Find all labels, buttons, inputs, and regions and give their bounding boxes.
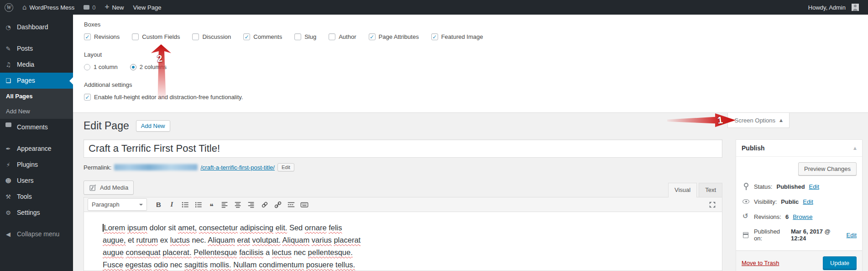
blockquote-button[interactable]: ❝: [205, 199, 218, 210]
align-right-button[interactable]: [245, 199, 257, 210]
sidebar-item-collapse-menu[interactable]: ◀ Collapse menu: [0, 226, 73, 242]
sidebar-item-pages[interactable]: ❏ Pages: [0, 73, 73, 89]
wp-logo-menu[interactable]: W: [0, 0, 18, 15]
checkbox-custom-fields[interactable]: Custom Fields: [132, 33, 180, 40]
sidebar-separator: [0, 221, 73, 226]
sidebar-item-tools[interactable]: ⚒ Tools: [0, 189, 73, 205]
wordpress-admin-screen: W ⌂ WordPress Mess 0 + New View Page How…: [0, 0, 868, 271]
format-dropdown[interactable]: Paragraph: [88, 198, 147, 211]
sidebar-item-appearance[interactable]: ✒ Appearance: [0, 141, 73, 157]
row-label: Status:: [754, 183, 772, 190]
site-name: WordPress Mess: [30, 4, 75, 11]
tab-text[interactable]: Text: [699, 183, 722, 197]
sidebar-item-posts[interactable]: ✎ Posts: [0, 41, 73, 57]
checkbox-comments[interactable]: Comments: [243, 33, 282, 40]
site-name-menu[interactable]: ⌂ WordPress Mess: [18, 0, 79, 15]
text-caret: [103, 224, 104, 232]
sidebar-item-label: Dashboard: [17, 23, 48, 32]
permalink-obscured-base-url[interactable]: [114, 164, 198, 170]
new-content-menu[interactable]: + New: [100, 0, 129, 15]
bulleted-list-icon: [181, 201, 189, 209]
add-media-label: Add Media: [100, 184, 128, 191]
view-page-menu[interactable]: View Page: [128, 0, 166, 15]
align-left-icon: [221, 201, 229, 209]
sidebar-item-plugins[interactable]: ⚡ Plugins: [0, 157, 73, 173]
align-center-button[interactable]: [232, 199, 244, 210]
sidebar-item-comments[interactable]: Comments: [0, 119, 73, 135]
remove-link-button[interactable]: [272, 199, 284, 210]
checkbox-label: Comments: [253, 33, 282, 40]
admin-bar-right: Howdy, Admin: [804, 0, 863, 15]
post-title-input[interactable]: [84, 139, 722, 158]
checkbox-enable-full-height-editor[interactable]: Enable full-height editor and distractio…: [84, 94, 243, 101]
media-row: Add Media Visual Text: [84, 178, 722, 197]
screen-options-panel: Boxes Revisions Custom Fields Discussion: [73, 15, 868, 113]
bold-icon: B: [156, 201, 161, 208]
row-value: Public: [781, 198, 799, 205]
editor-line: Fusce egestas odio nec sagittis mollis. …: [103, 259, 722, 271]
insert-link-button[interactable]: [258, 199, 271, 210]
checkbox-revisions[interactable]: Revisions: [84, 33, 120, 40]
sidebar-item-settings[interactable]: ⚙ Settings: [0, 205, 73, 221]
permalink-edit-button[interactable]: Edit: [277, 163, 294, 171]
checkbox-label: Slug: [304, 33, 316, 40]
permalink-slug-link[interactable]: /craft-a-terrific-first-post-title/: [200, 164, 275, 171]
tab-visual[interactable]: Visual: [668, 183, 697, 197]
distraction-free-button[interactable]: [706, 199, 718, 210]
radio-1-column[interactable]: 1 column: [84, 64, 118, 70]
add-media-button[interactable]: Add Media: [84, 181, 134, 195]
sidebar-item-label: Settings: [17, 208, 40, 217]
numbered-list-icon: [194, 201, 203, 209]
sidebar-subitem-all-pages[interactable]: All Pages: [0, 89, 73, 104]
boxes-options: Revisions Custom Fields Discussion Comme…: [84, 33, 868, 40]
checkbox-label: Page Attributes: [379, 33, 419, 40]
revisions-clock-icon: [743, 213, 750, 220]
numbered-list-button[interactable]: [192, 199, 204, 210]
checkbox-featured-image[interactable]: Featured Image: [431, 33, 483, 40]
add-new-button[interactable]: Add New: [136, 120, 170, 132]
visibility-edit-link[interactable]: Edit: [803, 198, 813, 205]
screen-options-collapse-icon: ▲: [779, 118, 783, 122]
row-label: Published on:: [754, 228, 787, 242]
comments-menu[interactable]: 0: [79, 0, 100, 15]
keyboard-icon: [300, 201, 309, 209]
sidebar-subitem-add-new[interactable]: Add New: [0, 104, 73, 119]
radio-label: 1 column: [94, 64, 118, 70]
checkbox-slug[interactable]: Slug: [294, 33, 316, 40]
editor-content[interactable]: Lorem ipsum dolor sit amet, consectetur …: [84, 212, 722, 271]
sidebar-item-label: Add New: [6, 107, 30, 116]
row-value: Mar 6, 2017 @ 12:24: [791, 228, 842, 242]
checkbox-page-attributes[interactable]: Page Attributes: [369, 33, 419, 40]
sidebar-item-users[interactable]: ☻ Users: [0, 173, 73, 189]
sidebar-item-label: Media: [17, 60, 34, 69]
sidebar-item-label: Plugins: [17, 160, 38, 169]
screen-options-tab-label: Screen Options: [734, 117, 775, 124]
radio-2-columns[interactable]: 2 columns: [130, 64, 167, 70]
publish-panel-header[interactable]: Publish ▲: [736, 140, 862, 157]
checkbox-author[interactable]: Author: [329, 33, 356, 40]
sidebar-separator: [0, 35, 73, 41]
insert-read-more-button[interactable]: [285, 199, 297, 210]
published-on-edit-link[interactable]: Edit: [847, 232, 857, 239]
chevron-down-icon: [139, 204, 143, 207]
preview-changes-button[interactable]: Preview Changes: [798, 162, 857, 175]
sidebar-item-dashboard[interactable]: ◔ Dashboard: [0, 19, 73, 35]
toolbar-toggle-button[interactable]: [298, 199, 310, 210]
checkbox: [329, 33, 335, 40]
align-left-button[interactable]: [219, 199, 231, 210]
add-media-icon: [89, 184, 97, 191]
sidebar-item-media[interactable]: ♫ Media: [0, 57, 73, 73]
screen-options-tab[interactable]: Screen Options ▲: [727, 113, 790, 128]
checkbox-discussion[interactable]: Discussion: [192, 33, 231, 40]
italic-button[interactable]: I: [166, 199, 178, 210]
move-to-trash-link[interactable]: Move to Trash: [742, 260, 779, 266]
sidebar-item-label: Appearance: [17, 144, 52, 153]
bulleted-list-button[interactable]: [179, 199, 191, 210]
row-label: Revisions:: [754, 213, 781, 220]
update-button[interactable]: Update: [823, 256, 857, 270]
bold-button[interactable]: B: [152, 199, 165, 210]
status-edit-link[interactable]: Edit: [809, 183, 819, 190]
layout-legend: Layout: [84, 51, 868, 58]
my-account-menu[interactable]: Howdy, Admin: [804, 0, 863, 15]
revisions-browse-link[interactable]: Browse: [793, 213, 812, 220]
